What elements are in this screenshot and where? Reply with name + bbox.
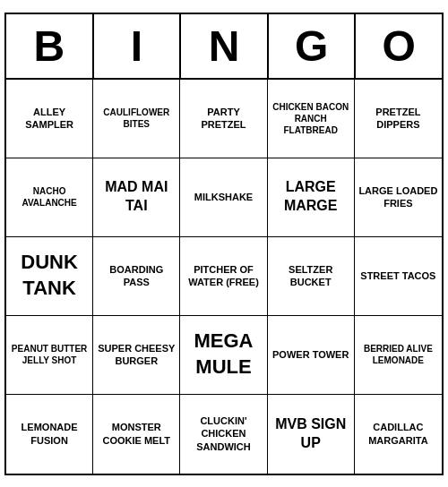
bingo-grid: ALLEY SAMPLERCAULIFLOWER BITESPARTY PRET… <box>6 80 442 474</box>
bingo-cell-24: CADILLAC MARGARITA <box>355 395 442 474</box>
bingo-cell-0: ALLEY SAMPLER <box>6 80 93 158</box>
bingo-cell-19: BERRIED ALIVE LEMONADE <box>355 316 442 395</box>
bingo-cell-9: LARGE LOADED FRIES <box>355 158 442 237</box>
bingo-cell-23: MVB SIGN UP <box>268 395 355 474</box>
bingo-cell-13: SELTZER BUCKET <box>268 237 355 316</box>
bingo-cell-7: MILKSHAKE <box>180 158 267 237</box>
bingo-cell-21: MONSTER COOKIE MELT <box>93 395 180 474</box>
bingo-cell-5: NACHO AVALANCHE <box>6 158 93 237</box>
bingo-cell-16: SUPER CHEESY BURGER <box>93 316 180 395</box>
bingo-cell-3: CHICKEN BACON RANCH FLATBREAD <box>268 80 355 158</box>
header-letter-n: N <box>181 14 269 78</box>
bingo-cell-8: LARGE MARGE <box>268 158 355 237</box>
bingo-cell-10: DUNK TANK <box>6 237 93 316</box>
bingo-cell-20: LEMONADE FUSION <box>6 395 93 474</box>
bingo-cell-11: BOARDING PASS <box>93 237 180 316</box>
bingo-cell-4: PRETZEL DIPPERS <box>355 80 442 158</box>
header-letter-b: B <box>6 14 94 78</box>
bingo-cell-17: MEGA MULE <box>180 316 267 395</box>
bingo-cell-6: MAD MAI TAI <box>93 158 180 237</box>
bingo-cell-15: PEANUT BUTTER JELLY SHOT <box>6 316 93 395</box>
bingo-cell-14: STREET TACOS <box>355 237 442 316</box>
header-letter-g: G <box>269 14 357 78</box>
bingo-cell-22: CLUCKIN' CHICKEN SANDWICH <box>180 395 267 474</box>
bingo-cell-18: POWER TOWER <box>268 316 355 395</box>
bingo-header: BINGO <box>6 14 442 80</box>
bingo-cell-12: PITCHER OF WATER (FREE) <box>180 237 267 316</box>
bingo-cell-1: CAULIFLOWER BITES <box>93 80 180 158</box>
header-letter-i: I <box>94 14 182 78</box>
bingo-card: BINGO ALLEY SAMPLERCAULIFLOWER BITESPART… <box>4 13 444 475</box>
bingo-cell-2: PARTY PRETZEL <box>180 80 267 158</box>
header-letter-o: O <box>356 14 442 78</box>
